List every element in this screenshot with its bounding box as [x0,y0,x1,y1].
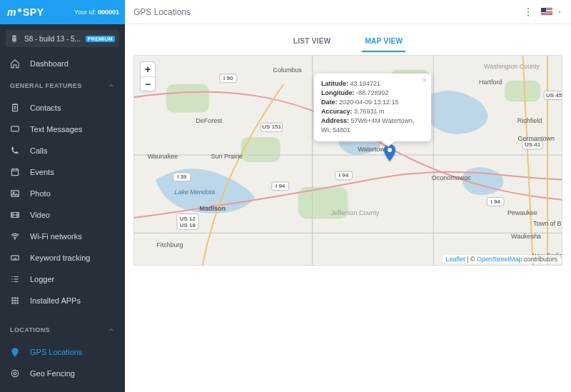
svg-text:Richfield: Richfield [517,117,542,124]
device-selector[interactable]: S8 - build 13 - 5... PREMIUM [6,30,119,47]
nav-keyword-label: Keyword tracking [30,253,90,262]
location-popup: × Latitude: 43.194721 Longitude: -88.728… [314,74,431,141]
zoom-out-button[interactable]: − [141,76,155,91]
svg-rect-15 [14,302,16,303]
brand-logo[interactable]: mSPY [7,6,44,18]
svg-rect-8 [11,297,13,298]
nav-logger[interactable]: Logger [0,268,125,290]
premium-badge: PREMIUM [86,36,115,42]
svg-text:DeForest: DeForest [196,117,222,124]
zoom-control: + − [140,61,156,91]
phone-icon [10,146,20,156]
sms-icon [10,124,20,134]
image-icon [10,189,20,198]
nav-dashboard-label: Dashboard [30,59,69,68]
svg-rect-9 [14,297,16,298]
content: LIST VIEW MAP VIEW + − [125,24,571,392]
svg-text:I 94: I 94 [339,172,349,179]
tab-list-view[interactable]: LIST VIEW [290,33,334,52]
nav-dashboard[interactable]: Dashboard [0,53,125,74]
svg-text:Lake Mendota: Lake Mendota [174,189,215,196]
view-tabs: LIST VIEW MAP VIEW [133,30,562,52]
nav-contacts[interactable]: Contacts [0,97,125,119]
svg-rect-12 [14,300,16,301]
svg-text:Fitchburg: Fitchburg [156,241,183,248]
nav-text-messages[interactable]: Text Messages [0,119,125,140]
map-attribution: Leaflet | © OpenStreetMap contributors [443,255,560,263]
map[interactable]: + − [133,55,562,266]
more-menu[interactable] [522,6,534,18]
nav-installed-apps[interactable]: Installed APPs [0,290,125,311]
nav-events[interactable]: Events [0,161,125,183]
nav-text-messages-label: Text Messages [30,125,82,134]
sidebar: mSPY Your Id: 000001 S8 - build 13 - 5..… [0,0,125,392]
svg-text:I 94: I 94 [276,183,286,189]
svg-point-6 [14,238,15,239]
nav-gps-locations[interactable]: GPS Locations [0,341,125,363]
svg-text:Oconomowoc: Oconomowoc [432,174,471,181]
svg-point-22 [527,14,529,16]
svg-rect-2 [11,169,18,176]
nav-calls[interactable]: Calls [0,140,125,161]
nav-general-list: Contacts Text Messages Calls Events Phot… [0,97,125,311]
nav-video[interactable]: Video [0,204,125,226]
svg-point-20 [527,8,529,9]
chevron-up-icon [108,326,115,333]
svg-text:Sun Prairie: Sun Prairie [211,153,243,160]
section-general[interactable]: GENERAL FEATURES [0,74,125,97]
svg-rect-14 [11,302,13,303]
section-locations[interactable]: LOCATIONS [0,318,125,341]
tab-map-view[interactable]: MAP VIEW [362,33,405,52]
nav-locations-list: GPS Locations Geo Fencing [0,341,125,384]
svg-text:US 18: US 18 [180,222,196,228]
svg-rect-7 [11,256,19,260]
nav-wifi[interactable]: Wi-Fi networks [0,226,125,247]
target-icon [10,368,20,378]
svg-point-17 [14,350,16,352]
svg-rect-28 [505,81,540,102]
nav-photo[interactable]: Photo [0,183,125,204]
svg-text:Columbus: Columbus [273,66,302,74]
keyboard-icon [10,253,20,263]
section-general-label: GENERAL FEATURES [10,82,82,89]
user-id-value: 000001 [98,9,119,16]
svg-rect-10 [16,297,18,298]
svg-text:Town of Brookfield: Town of Brookfield [533,220,562,227]
apps-icon [10,296,20,306]
leaflet-link[interactable]: Leaflet [445,256,465,263]
nav-geofencing-label: Geo Fencing [30,369,75,378]
svg-point-66 [388,148,392,152]
home-icon [10,59,20,69]
chevron-up-icon [108,82,115,89]
nav-video-label: Video [30,211,50,219]
svg-text:US 45: US 45 [546,92,562,99]
nav-main: Dashboard [0,53,125,74]
flag-us-icon[interactable] [541,8,552,16]
svg-text:I 39: I 39 [177,174,187,180]
nav-logger-label: Logger [30,275,54,283]
main: GPS Locations LIST VIEW MAP VIEW + − [125,0,571,392]
zoom-in-button[interactable]: + [141,62,155,76]
svg-text:Jefferson County: Jefferson County [331,209,380,216]
svg-rect-24 [166,84,209,113]
pin-icon [10,347,20,357]
nav-events-label: Events [30,168,54,176]
svg-text:US 151: US 151 [262,124,281,130]
svg-point-18 [11,370,18,376]
svg-rect-13 [16,300,18,301]
popup-close-button[interactable]: × [423,76,427,84]
user-id: Your Id: 000001 [74,9,119,16]
svg-text:Waunakee: Waunakee [148,153,178,160]
page-title: GPS Locations [133,7,191,17]
svg-text:I 94: I 94 [491,198,501,205]
svg-point-19 [14,372,16,375]
nav-calls-label: Calls [30,146,47,155]
nav-keyword[interactable]: Keyword tracking [0,247,125,268]
nav-geofencing[interactable]: Geo Fencing [0,363,125,384]
svg-text:US 41: US 41 [525,141,541,148]
nav-photo-label: Photo [30,189,51,198]
section-locations-label: LOCATIONS [10,326,50,333]
language-dropdown[interactable] [557,9,562,15]
device-label: S8 - build 13 - 5... [24,35,86,43]
osm-link[interactable]: OpenStreetMap [477,256,522,263]
